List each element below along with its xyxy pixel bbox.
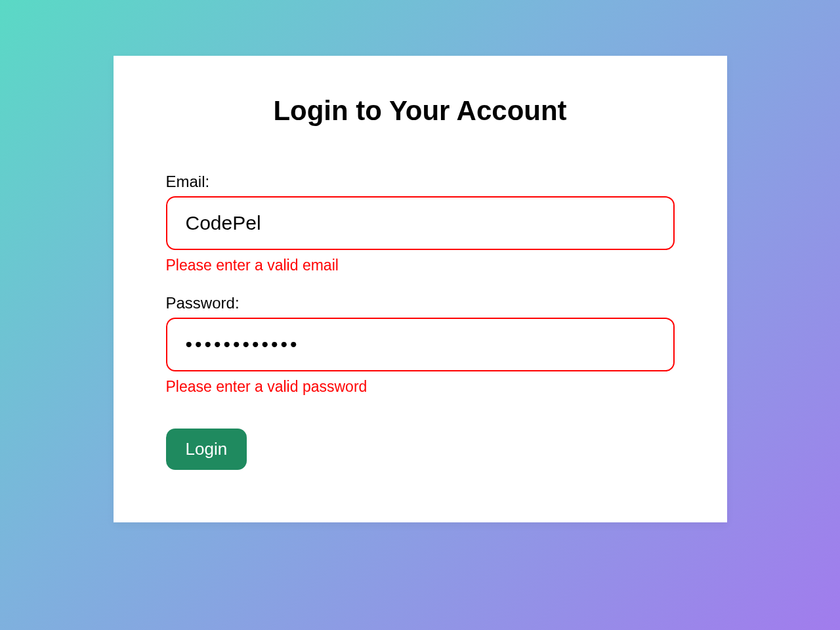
login-button[interactable]: Login bbox=[166, 429, 247, 470]
password-label: Password: bbox=[166, 294, 675, 312]
email-group: Email: Please enter a valid email bbox=[166, 173, 675, 274]
email-label: Email: bbox=[166, 173, 675, 191]
login-card: Login to Your Account Email: Please ente… bbox=[114, 56, 727, 522]
email-field[interactable] bbox=[166, 196, 675, 250]
email-error: Please enter a valid email bbox=[166, 257, 675, 274]
password-field[interactable] bbox=[166, 318, 675, 371]
password-error: Please enter a valid password bbox=[166, 378, 675, 396]
password-group: Password: Please enter a valid password bbox=[166, 294, 675, 396]
page-title: Login to Your Account bbox=[166, 95, 675, 127]
